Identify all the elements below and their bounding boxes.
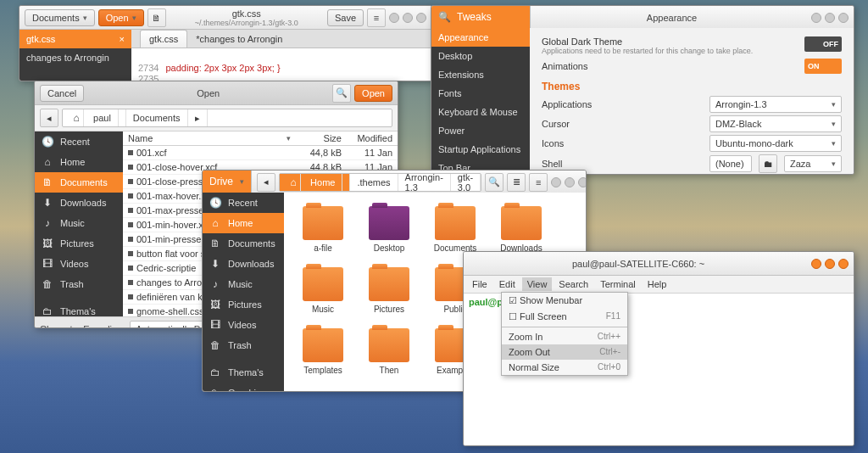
side-videos[interactable]: 🎞Videos [203, 315, 284, 335]
tweaks-side-desktop[interactable]: Desktop [431, 47, 530, 65]
crumb-home[interactable]: ⌂ Home [280, 174, 350, 191]
tweaks-header: Appearance [536, 13, 808, 23]
view-zoom-out[interactable]: Zoom OutCtrl+- [502, 344, 627, 360]
animations-switch[interactable]: ON [804, 59, 842, 74]
search-icon[interactable]: 🔍 [485, 173, 504, 192]
folder-then[interactable]: Then [364, 328, 415, 378]
side-music[interactable]: ♪Music [203, 274, 284, 294]
min-button[interactable] [389, 13, 399, 23]
folder-crumb[interactable]: Documents [126, 109, 188, 126]
folder-a-file[interactable]: a-file [298, 206, 348, 255]
theme-select-icons[interactable]: Ubuntu-mono-dark▾ [709, 135, 842, 152]
shell-browse-icon[interactable]: 🖿 [759, 154, 777, 173]
max-button[interactable] [825, 259, 835, 269]
side-trash[interactable]: 🗑Trash [203, 335, 284, 355]
view-zoom-in[interactable]: Zoom InCtrl++ [502, 329, 627, 344]
documents-dropdown[interactable]: Documents ▾ [25, 9, 95, 26]
tweaks-side-startup-applications[interactable]: Startup Applications [431, 140, 530, 159]
folder-pictures[interactable]: Pictures [364, 267, 415, 316]
side-recent[interactable]: 🕓Recent [203, 193, 284, 213]
side-videos[interactable]: 🎞Videos [35, 254, 123, 274]
hamburger-icon[interactable]: ≡ [367, 8, 386, 27]
save-button[interactable]: Save [327, 9, 364, 26]
tweaks-side-keyboard-mouse[interactable]: Keyboard & Mouse [431, 103, 530, 121]
terminal-body[interactable]: paul@paul ☑ Show Menubar☐ Full ScreenF11… [464, 294, 854, 446]
menu-file[interactable]: File [467, 277, 492, 291]
tweaks-side-appearance[interactable]: Appearance [431, 28, 530, 47]
close-icon[interactable]: × [120, 34, 125, 44]
folder-desktop[interactable]: Desktop [364, 206, 415, 255]
path-back[interactable]: ◂ [40, 109, 58, 127]
min-button[interactable] [551, 177, 561, 187]
max-button[interactable] [825, 13, 835, 23]
tweaks-side-power[interactable]: Power [431, 121, 530, 140]
view-full-screen[interactable]: ☐ Full ScreenF11 [502, 309, 627, 325]
open-confirm-button[interactable]: Open [354, 85, 392, 102]
min-button[interactable] [811, 259, 821, 269]
code-area[interactable]: 2734padding: 2px 3px 2px 3px; } 2735 273… [131, 48, 431, 81]
cancel-button[interactable]: Cancel [40, 85, 84, 102]
menu-search[interactable]: Search [554, 277, 593, 291]
side-pictures[interactable]: 🖼Pictures [35, 233, 123, 254]
home-crumb[interactable]: ⌂ paul [63, 109, 126, 126]
hamburger-icon[interactable]: ≡ [529, 173, 548, 192]
dark-theme-switch[interactable]: OFF [804, 36, 842, 52]
theme-select-shell[interactable]: Zaza▾ [784, 155, 842, 172]
menu-help[interactable]: Help [643, 277, 672, 291]
folder-downloads[interactable]: Downloads [496, 206, 547, 255]
side-home[interactable]: ⌂Home [203, 213, 284, 233]
side-trash[interactable]: 🗑Trash [35, 274, 123, 294]
col-modified[interactable]: Modified [342, 133, 392, 143]
file-row[interactable]: 001.xcf44,8 kB11 Jan [123, 146, 398, 160]
menu-terminal[interactable]: Terminal [595, 277, 641, 291]
close-button[interactable] [838, 13, 849, 23]
search-icon[interactable]: 🔍 [332, 84, 351, 103]
view-list-icon[interactable]: ≣ [507, 173, 526, 192]
max-button[interactable] [403, 13, 413, 23]
side-pictures[interactable]: 🖼Pictures [203, 294, 284, 315]
side-documents[interactable]: 🗎Documents [203, 233, 284, 254]
sidebar-tab-changes[interactable]: changes to Arrongin [19, 48, 131, 67]
side-thema-s[interactable]: 🗀Thema's [203, 362, 284, 383]
min-button[interactable] [811, 13, 821, 23]
crumb-themes[interactable]: .themes [350, 174, 398, 191]
open-button[interactable]: Open ▾ [98, 9, 144, 26]
col-name[interactable]: Name▾ [128, 133, 291, 143]
close-button[interactable] [416, 13, 426, 23]
back-button[interactable]: ◂ [257, 173, 275, 192]
crumb-gtk[interactable]: gtk-3.0 [451, 174, 481, 191]
side-documents[interactable]: 🗎Documents [35, 172, 123, 193]
side-thema-s[interactable]: 🗀Thema's [35, 301, 123, 316]
max-button[interactable] [565, 177, 575, 187]
close-button[interactable] [578, 177, 587, 187]
side-home[interactable]: ⌂Home [35, 152, 123, 172]
tab-changes[interactable]: *changes to Arrongin [187, 31, 291, 48]
side-downloads[interactable]: ⬇Downloads [203, 254, 284, 274]
tweaks-side-extensions[interactable]: Extensions [431, 65, 530, 84]
search-icon[interactable]: 🔍 [438, 11, 450, 23]
files-drive-title: Drive▾ [203, 171, 251, 193]
folder-templates[interactable]: Templates [298, 328, 348, 378]
side-recent[interactable]: 🕓Recent [35, 131, 123, 152]
view-show-menubar[interactable]: ☑ Show Menubar [502, 293, 627, 309]
close-button[interactable] [838, 259, 849, 269]
side-downloads[interactable]: ⬇Downloads [35, 193, 123, 213]
theme-select-applications[interactable]: Arrongin-1.3▾ [709, 96, 842, 113]
recent-icon: 🕓 [209, 197, 221, 209]
menu-view[interactable]: View [522, 277, 553, 291]
crumb-arrongin[interactable]: Arrongin-1.3 [398, 174, 451, 191]
side-music[interactable]: ♪Music [35, 213, 123, 233]
col-size[interactable]: Size [291, 133, 342, 143]
theme-select-cursor[interactable]: DMZ-Black▾ [709, 115, 842, 132]
sidebar-tab-gtk[interactable]: gtk.css× [19, 30, 131, 48]
new-tab-button[interactable]: 🗎 [147, 8, 166, 27]
folder-documents[interactable]: Documents [430, 206, 481, 255]
view-normal-size[interactable]: Normal SizeCtrl+0 [502, 360, 627, 375]
side-graphics[interactable]: 🗀Graphics [203, 383, 284, 391]
folder-music[interactable]: Music [298, 267, 348, 316]
path-forward[interactable]: ▸ [188, 109, 208, 126]
menu-edit[interactable]: Edit [494, 277, 520, 291]
tab-gtk[interactable]: gtk.css [140, 30, 187, 48]
tweaks-side-fonts[interactable]: Fonts [431, 84, 530, 103]
shell-none[interactable]: (None) [709, 155, 752, 172]
